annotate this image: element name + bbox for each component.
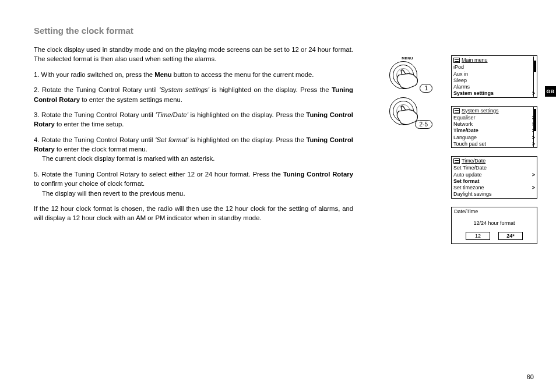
outro-paragraph: If the 12 hour clock format is chosen, t… bbox=[34, 204, 353, 223]
list-icon bbox=[453, 158, 460, 164]
menu-row: Network> bbox=[452, 121, 537, 128]
hand-icon bbox=[395, 69, 421, 89]
option-12: 12 bbox=[466, 232, 490, 240]
menu-row: Set format bbox=[452, 178, 537, 185]
dial-press-diagram: 1 bbox=[387, 61, 428, 89]
menu-row: Alarms bbox=[452, 84, 537, 90]
menu-row: Daylight savings bbox=[452, 191, 537, 197]
screens-column: Main menu iPodAux inSleepAlarmsSystem se… bbox=[451, 45, 539, 252]
dial-rotate-diagram: 2-5 bbox=[387, 97, 428, 125]
menu-row: iPod bbox=[452, 64, 537, 70]
menu-row: Set Time/Date bbox=[452, 165, 537, 171]
screen-main-menu: Main menu iPodAux inSleepAlarmsSystem se… bbox=[451, 55, 537, 98]
menu-label: MENU bbox=[370, 56, 445, 60]
menu-row: System settings> bbox=[452, 90, 537, 97]
step-5: 5. Rotate the Tuning Control Rotary to s… bbox=[34, 169, 353, 198]
menu-row: Language> bbox=[452, 135, 537, 141]
step-badge-1: 1 bbox=[420, 84, 432, 93]
step-badge-2: 2-5 bbox=[415, 120, 432, 129]
screen-time-date: Time/Date Set Time/DateAuto update>Set f… bbox=[451, 156, 537, 199]
scrollbar bbox=[533, 56, 536, 97]
step-2: 2. Rotate the Tuning Control Rotary unti… bbox=[34, 85, 353, 104]
body-text: The clock display used in standby mode a… bbox=[34, 45, 353, 229]
option-24: 24* bbox=[498, 232, 523, 240]
menu-row: Touch pad set> bbox=[452, 141, 537, 147]
menu-row: Equaliser> bbox=[452, 115, 537, 121]
screen-system-settings: System settings Equaliser>Network>Time/D… bbox=[451, 106, 537, 149]
step-1: 1. With your radio switched on, press th… bbox=[34, 70, 353, 79]
diagram-column: MENU 1 2-5 bbox=[353, 45, 445, 133]
language-tab: GB bbox=[545, 86, 557, 97]
menu-row: Set timezone> bbox=[452, 185, 537, 191]
screen-date-time-format: Date/Time 12/24 hour format 12 24* bbox=[451, 207, 537, 244]
step-4: 4. Rotate the Tuning Control Rotary unti… bbox=[34, 135, 353, 164]
menu-row: Auto update> bbox=[452, 172, 537, 178]
list-icon bbox=[453, 108, 460, 114]
list-icon bbox=[453, 58, 460, 63]
intro-paragraph: The clock display used in standby mode a… bbox=[34, 45, 353, 64]
page-number: 60 bbox=[527, 373, 534, 380]
menu-row: Sleep bbox=[452, 77, 537, 84]
menu-row: Time/Date> bbox=[452, 128, 537, 134]
page-title: Setting the clock format bbox=[34, 26, 540, 36]
scrollbar bbox=[533, 107, 536, 147]
step-3: 3. Rotate the Tuning Control Rotary unti… bbox=[34, 110, 353, 129]
menu-row: Aux in bbox=[452, 71, 537, 77]
